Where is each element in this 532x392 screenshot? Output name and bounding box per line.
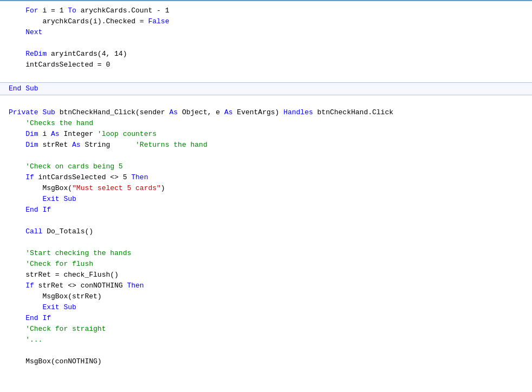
code-line: Call Do_Totals() xyxy=(0,226,532,237)
code-token: Next xyxy=(9,27,42,38)
code-line: Dim i As Integer 'loop counters xyxy=(0,129,532,140)
code-line xyxy=(0,38,532,49)
code-token: 'Check for flush xyxy=(9,259,93,270)
code-token: 'Check on cards being 5 xyxy=(9,161,123,172)
code-token: Dim i As Integer 'loop counters xyxy=(9,129,157,140)
code-token: MsgBox(conNOTHING) xyxy=(9,356,102,367)
code-line: intCardsSelected = 0 xyxy=(0,60,532,70)
code-token: strRet = check_Flush() xyxy=(9,270,119,280)
code-token: End If xyxy=(9,313,51,324)
code-line: Dim strRet As String 'Returns the hand xyxy=(0,140,532,151)
code-line: 'Check for straight xyxy=(0,324,532,335)
code-token: 'Start checking the hands xyxy=(9,248,131,259)
code-token: End If xyxy=(9,205,51,215)
code-token: MsgBox(strRet) xyxy=(9,291,102,302)
code-token: Call Do_Totals() xyxy=(9,226,93,237)
code-token: '... xyxy=(9,335,42,345)
code-line: Exit Sub xyxy=(0,194,532,205)
code-token: Exit Sub xyxy=(9,194,76,205)
code-line: 'Check for flush xyxy=(0,259,532,270)
code-line: If intCardsSelected <> 5 Then xyxy=(0,172,532,183)
code-line xyxy=(0,151,532,161)
code-token: MsgBox("Must select 5 cards") xyxy=(9,183,165,194)
code-token: If strRet <> conNOTHING Then xyxy=(9,280,144,291)
code-line xyxy=(0,70,532,81)
code-line xyxy=(0,345,532,356)
code-line: '... xyxy=(0,335,532,345)
code-line: strRet = check_Flush() xyxy=(0,270,532,280)
code-line: Private Sub btnCheckHand_Click(sender As… xyxy=(0,107,532,118)
code-line: End If xyxy=(0,313,532,324)
code-token: 'Checks the hand xyxy=(9,118,93,129)
code-token: ReDim aryintCards(4, 14) xyxy=(9,49,127,60)
code-line: Next xyxy=(0,27,532,38)
code-line: If strRet <> conNOTHING Then xyxy=(0,280,532,291)
code-token: Dim strRet As String 'Returns the hand xyxy=(9,140,207,151)
code-token: End Sub xyxy=(9,84,38,93)
code-editor: For i = 1 To arychkCards.Count - 1 arych… xyxy=(0,0,532,392)
code-line: For i = 1 To arychkCards.Count - 1 xyxy=(0,5,532,16)
code-line: 'Checks the hand xyxy=(0,118,532,129)
code-token: Private Sub btnCheckHand_Click(sender As… xyxy=(9,107,393,118)
code-line: 'Start checking the hands xyxy=(0,248,532,259)
code-token: 'Check for straight xyxy=(9,324,106,335)
code-token: Exit Sub xyxy=(9,302,76,313)
code-line: MsgBox("Must select 5 cards") xyxy=(0,183,532,194)
code-line: MsgBox(strRet) xyxy=(0,291,532,302)
code-token: If intCardsSelected <> 5 Then xyxy=(9,172,148,183)
code-token: arychkCards(i).Checked = False xyxy=(9,16,169,27)
code-line: Exit Sub xyxy=(0,302,532,313)
end-sub-section: End Sub xyxy=(0,82,532,95)
code-token: For i = 1 To arychkCards.Count - 1 xyxy=(9,5,169,16)
code-line: 'Check on cards being 5 xyxy=(0,161,532,172)
code-token: intCardsSelected = 0 xyxy=(9,60,110,70)
code-line: ReDim aryintCards(4, 14) xyxy=(0,49,532,60)
code-line: arychkCards(i).Checked = False xyxy=(0,16,532,27)
code-line xyxy=(0,96,532,107)
code-line xyxy=(0,237,532,248)
code-line: End If xyxy=(0,205,532,215)
code-line: MsgBox(conNOTHING) xyxy=(0,356,532,367)
code-line xyxy=(0,215,532,226)
